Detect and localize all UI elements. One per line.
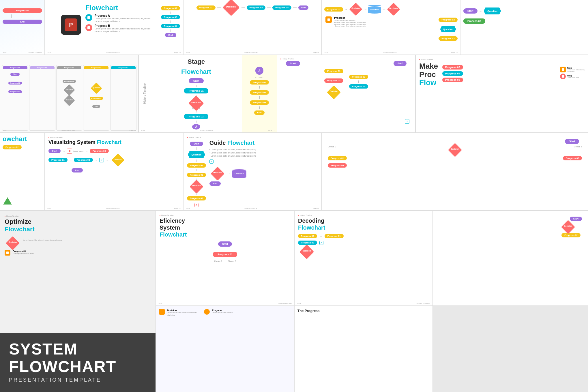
progress-label-r1c4: Progress: [334, 16, 366, 19]
slide-r3c1: owchart Progress 02: [0, 133, 45, 211]
slide-r2c2: History Timeline Stage Flowchart Start P…: [138, 55, 277, 133]
slide-r3c2: History Timeline Visualizing System Flow…: [45, 133, 183, 211]
node-p03-r1c5: Process 03: [463, 18, 485, 24]
slide-r5c3: The Progress: [294, 306, 433, 392]
node-start-r2c3: Start: [286, 61, 300, 66]
node-a2-r2c2: A: [255, 67, 263, 75]
eficiency-title: Eficiency System Flowchart: [160, 217, 291, 238]
node-start-r3c3: Start: [190, 142, 203, 146]
swim-start-1: Start: [10, 73, 20, 76]
page-footer-r3c2: 2024 System Flowchart Page 11: [47, 207, 181, 209]
page-footer-r2c1: 2024 System Flowchart Page 21: [3, 130, 136, 131]
node-start-r4c2: Start: [218, 241, 232, 247]
flowchart-label-r2c2: Flowchart: [181, 68, 211, 76]
page-footer-r4c2: 2024 System Flowchart: [158, 303, 292, 304]
prog-icon-label: Prog: [567, 67, 585, 69]
page-footer-r1c4: 2024 System Flowchart Page 22: [324, 52, 458, 53]
node-p02-r2c2: Progress 02: [184, 114, 208, 119]
node-p02-r2c3: Progress 02: [324, 78, 343, 83]
node-p01-r2c2: Progress 01: [184, 88, 208, 93]
ppt-icon: P: [61, 15, 81, 35]
node-p03-r2c4: Progress 03: [442, 78, 463, 82]
database-r1c4: Database: [368, 5, 381, 14]
slide-r2c4: History Timeline Make Proc Flow Progress…: [415, 55, 588, 133]
node-end-r3c2: End: [72, 168, 83, 172]
node-end-r2c3: End: [394, 61, 407, 66]
history-label-r2c4: History Timeline: [421, 59, 433, 60]
optimize-flowchart-label: Flowchart: [5, 226, 151, 233]
slide-r3c4: Start Choice 1 Decision Choice 2 Progres…: [322, 133, 588, 211]
prog-icon-label2: Prog: [567, 75, 579, 77]
node-end-r3c3: End: [209, 181, 221, 186]
history-label-r3c3: History Timeline: [189, 136, 201, 138]
slide-r1c2: P Flowchart Progress A Lorem ipsum dolor…: [45, 0, 183, 55]
swim-decision: Decision: [63, 89, 76, 90]
node-p03-r1c4: Progress 03: [439, 36, 458, 41]
slide-r1c4: Progress 01 → Decision → Database → Deci…: [322, 0, 460, 55]
page-footer-r1c3: 2024 System Flowchart Page 26: [186, 52, 319, 53]
node-progress03-r1c3: Progress 03: [247, 5, 266, 10]
decision-r2c3: Decision: [326, 90, 342, 92]
node-start-r3c2: Start: [48, 149, 61, 153]
decision-r4c1: Decision: [5, 241, 21, 243]
node-end-yellow: End: [254, 110, 264, 115]
node-p02-r3c3: Progress 02: [187, 173, 206, 177]
page-footer-r2c2: 2024 System Flowchart Page 23: [141, 130, 274, 131]
node-p02-yellow: Progress 02: [250, 90, 269, 95]
overlay-banner: SYSTEM FLOWCHART PRESENTATION TEMPLATE: [0, 333, 156, 392]
node-p03-r3c3: Progress 03: [187, 196, 206, 200]
slide-r3c3: History Timeline Start Question Progress…: [183, 133, 322, 211]
viz-title: Visualizing System Flowchart: [48, 139, 179, 146]
node-start-r4c4: Start: [570, 217, 582, 221]
progress-small-r5: Progress: [212, 309, 233, 312]
progress-a-label: Progress A: [95, 14, 152, 17]
node-end-r1c2: End: [165, 33, 176, 37]
node-progress04-r1c3: Progress 04: [272, 5, 291, 10]
node-end-r1c3: End: [298, 5, 308, 10]
sub-title: PRESENTATION TEMPLATE: [9, 377, 147, 383]
slide-r1c1: Progress 04 End 2024 System Flowchart: [0, 0, 45, 55]
history-label-r4c1: History Timeline: [6, 215, 19, 217]
decision-small-r5: Decision: [167, 309, 202, 312]
history-label-r2c3: History Timeline: [282, 58, 294, 60]
main-title-line1: SYSTEM: [9, 340, 147, 358]
swim-header-2: Progress 01: [30, 66, 55, 69]
swim-header-4: Progress 01: [84, 66, 108, 69]
progress-b-label: Progress B: [95, 24, 152, 27]
node-p04-r2c4: Progress 04: [442, 71, 463, 76]
swim-header-5: Progress 01: [111, 66, 136, 69]
swim-header-1: Progress 01: [3, 66, 27, 69]
decision-r4c4: Decision: [560, 225, 576, 227]
progress-r4c1: Progress 01: [13, 250, 33, 252]
node-p01-r3c3: Progress 01: [187, 163, 206, 168]
decision-r2c2: Decision: [188, 101, 205, 104]
node-p01-r1c4: Progress 01: [324, 7, 343, 12]
history-timeline-label: History Timeline: [143, 83, 146, 104]
node-progress04-r1c2: Progress 04: [161, 24, 180, 28]
decision-r3c3: Decision: [188, 185, 205, 187]
node-q-r1c4: Question: [440, 26, 456, 32]
proc-title: Proc: [419, 70, 438, 79]
choice1-r4c2: Choice 1: [214, 260, 222, 262]
node-p01-r4c2: Progress 01: [213, 252, 237, 257]
node-p01-r3c4: Progress 01: [328, 156, 347, 160]
slide-r5c2: Decision Lorem ipsum dolor sit amet cons…: [156, 306, 294, 392]
make-title: Make: [419, 62, 438, 70]
decision-label: Decision: [222, 5, 240, 8]
swim-header-3: Progress 01: [57, 66, 82, 69]
swim-end: End: [92, 105, 100, 108]
history-label-r3c2: History Timeline: [50, 136, 63, 138]
node-end: End: [3, 20, 42, 24]
slide-r4c2: History Timeline Eficiency System Flowch…: [156, 211, 294, 306]
stage-label: Stage: [188, 58, 205, 65]
owchart-label: owchart: [3, 135, 42, 143]
history-label-r4c3: History Timeline: [300, 214, 312, 216]
node-p01-r2c3: Progress 01: [324, 69, 343, 73]
choice2-r2c2: Choice 2: [255, 76, 263, 78]
slide-r4c3: History Timeline Decoding Flowchart Prog…: [294, 211, 433, 306]
decoding-title: Decoding Flowchart: [298, 217, 429, 231]
node-p01-yellow: Progress 01: [250, 80, 269, 85]
page-footer-r1c2: 2024 System Flowchart Page 26: [47, 52, 181, 53]
node-q-r1c5: Question: [484, 7, 501, 14]
decision2-r3c3: Decision: [209, 172, 226, 174]
